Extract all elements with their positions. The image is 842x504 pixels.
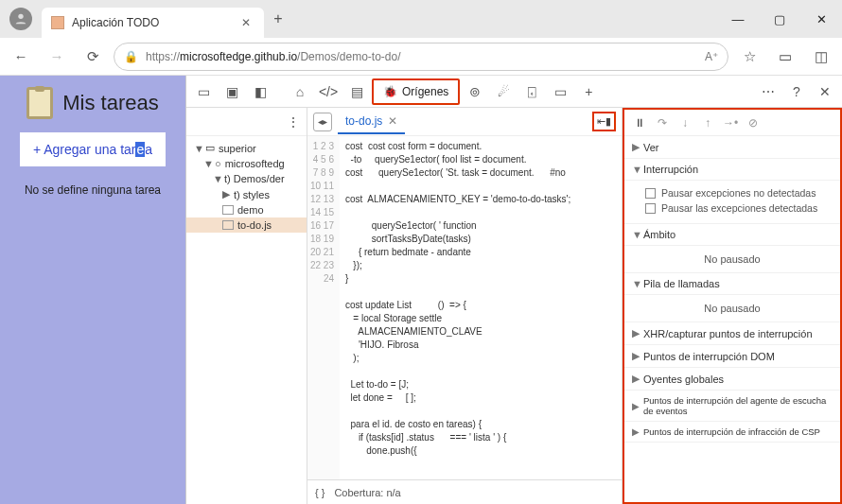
section-xhr[interactable]: ▶XHR/capturar puntos de interrupción xyxy=(624,322,840,345)
more-menu-icon[interactable]: ⋯ xyxy=(755,78,781,105)
elements-icon[interactable]: </> xyxy=(315,78,342,105)
tab-favicon xyxy=(51,16,64,29)
tree-menu[interactable]: ⋮ xyxy=(186,108,307,136)
dock-icon[interactable]: ◧ xyxy=(247,78,273,105)
editor-nav-button[interactable]: ◂▸ xyxy=(313,113,332,131)
split-icon[interactable]: ◫ xyxy=(806,42,836,72)
tree-folder-styles[interactable]: ▶t) styles xyxy=(186,186,307,202)
forward-button[interactable]: → xyxy=(42,42,72,72)
tree-top[interactable]: ▼▭ superior xyxy=(186,140,307,156)
debug-pane: ⏸ ↷ ↓ ↑ →• ⊘ ▶Ver ▼Interrupción Pausar e… xyxy=(623,108,842,504)
editor-pane: ◂▸ to-do.js ✕ ⇤▮ 1 2 3 4 5 6 7 8 9 10 11… xyxy=(307,108,623,504)
lock-icon: 🔒 xyxy=(124,50,138,63)
tree-file-todo[interactable]: to-do.js xyxy=(186,217,307,233)
step-icon[interactable]: →• xyxy=(721,113,740,132)
editor-tab-close[interactable]: ✕ xyxy=(388,114,397,128)
close-devtools-button[interactable]: ✕ xyxy=(812,78,838,105)
deactivate-bp-icon[interactable]: ⊘ xyxy=(744,113,763,132)
tree-file-demo[interactable]: demo xyxy=(186,202,307,217)
step-over-icon[interactable]: ↷ xyxy=(653,113,672,132)
refresh-button[interactable]: ⟳ xyxy=(78,42,108,72)
app-title: Mis tareas xyxy=(62,91,158,115)
workspace: Mis tareas + Agregar una tarea No se def… xyxy=(0,76,842,504)
minimize-button[interactable]: — xyxy=(717,0,759,38)
devtools-toolbar: ▭ ▣ ◧ ⌂ </> ▤ 🐞 Orígenes ⊚ ☄ ⌺ ▭ + ⋯ ? ✕ xyxy=(186,76,842,108)
app-icon[interactable]: ▭ xyxy=(547,78,573,105)
more-tabs-button[interactable]: + xyxy=(575,78,602,105)
address-bar[interactable]: 🔒 https://microsoftedge.github.io/Demos/… xyxy=(114,43,728,71)
network-icon[interactable]: ⊚ xyxy=(462,78,488,105)
section-event-listener-bp[interactable]: ▶Puntos de interrupción del agente de es… xyxy=(624,391,840,422)
file-tree-pane: ⋮ ▼▭ superior ▼○ microsoftedg ▼t) Demos/… xyxy=(186,108,307,504)
pause-icon[interactable]: ⏸ xyxy=(630,113,649,132)
browser-toolbar: ← → ⟳ 🔒 https://microsoftedge.github.io/… xyxy=(0,38,842,76)
add-task-button[interactable]: + Agregar una tarea xyxy=(20,132,166,166)
favorites-icon[interactable]: ☆ xyxy=(734,42,764,72)
reader-icon[interactable]: A⁺ xyxy=(705,50,718,63)
close-window-button[interactable]: ✕ xyxy=(800,0,842,38)
svg-point-0 xyxy=(18,14,23,19)
step-out-icon[interactable]: ↑ xyxy=(698,113,717,132)
tree-domain[interactable]: ▼○ microsoftedg xyxy=(186,156,307,171)
collections-icon[interactable]: ▭ xyxy=(770,42,800,72)
section-scope[interactable]: ▼Ámbito xyxy=(624,224,840,246)
editor-tab[interactable]: to-do.js ✕ xyxy=(338,110,405,134)
section-listeners[interactable]: ▶Oyentes globales xyxy=(624,368,840,391)
bug-icon: 🐞 xyxy=(383,85,397,98)
debug-toolbar: ⏸ ↷ ↓ ↑ →• ⊘ xyxy=(624,110,840,136)
devtools: ▭ ▣ ◧ ⌂ </> ▤ 🐞 Orígenes ⊚ ☄ ⌺ ▭ + ⋯ ? ✕… xyxy=(185,76,842,504)
section-callstack[interactable]: ▼Pila de llamadas xyxy=(624,273,840,295)
memory-icon[interactable]: ⌺ xyxy=(518,78,545,105)
clipboard-icon xyxy=(26,87,53,119)
new-tab-button[interactable]: + xyxy=(264,5,292,33)
file-tree: ▼▭ superior ▼○ microsoftedg ▼t) Demos/de… xyxy=(186,136,307,236)
welcome-icon[interactable]: ⌂ xyxy=(287,78,313,105)
callstack-not-paused: No pausado xyxy=(624,295,840,322)
section-watch[interactable]: ▶Ver xyxy=(624,136,840,159)
pause-uncaught-checkbox[interactable]: Pausar excepciones no detectadas xyxy=(645,185,831,200)
section-dom[interactable]: ▶Puntos de interrupción DOM xyxy=(624,345,840,368)
browser-tab[interactable]: Aplicación TODO ✕ xyxy=(42,8,264,38)
console-icon[interactable]: ▤ xyxy=(343,78,370,105)
toggle-debug-pane[interactable]: ⇤▮ xyxy=(592,112,616,131)
maximize-button[interactable]: ▢ xyxy=(759,0,800,38)
code-content: cost cost cost form = document. -to quer… xyxy=(340,136,622,479)
device-icon[interactable]: ▣ xyxy=(219,78,245,105)
sources-tab[interactable]: 🐞 Orígenes xyxy=(372,78,460,105)
code-editor[interactable]: 1 2 3 4 5 6 7 8 9 10 11 12 13 14 15 16 1… xyxy=(307,136,622,479)
browser-titlebar: Aplicación TODO ✕ + — ▢ ✕ xyxy=(0,0,842,38)
app-header: Mis tareas xyxy=(26,87,158,119)
tree-folder-demos[interactable]: ▼t) Demos/der xyxy=(186,171,307,186)
back-button[interactable]: ← xyxy=(6,42,36,72)
performance-icon[interactable]: ☄ xyxy=(490,78,517,105)
window-controls: — ▢ ✕ xyxy=(717,0,842,38)
breakpoints-body: Pausar excepciones no detectadas Pausar … xyxy=(624,181,840,224)
tab-title: Aplicación TODO xyxy=(72,16,234,29)
empty-task-message: No se define ninguna tarea xyxy=(21,183,165,197)
devtools-body: ⋮ ▼▭ superior ▼○ microsoftedg ▼t) Demos/… xyxy=(186,108,842,504)
editor-status-bar: { } Cobertura: n/a xyxy=(307,479,622,504)
coverage-label: Cobertura: n/a xyxy=(334,487,400,498)
section-csp[interactable]: ▶Puntos de interrupción de infracción de… xyxy=(624,422,840,443)
inspect-icon[interactable]: ▭ xyxy=(190,78,217,105)
app-page: Mis tareas + Agregar una tarea No se def… xyxy=(0,76,185,504)
profile-avatar[interactable] xyxy=(9,8,32,30)
pause-caught-checkbox[interactable]: Pausar las excepciones detectadas xyxy=(645,200,831,216)
section-breakpoints[interactable]: ▼Interrupción xyxy=(624,159,840,181)
editor-tabs: ◂▸ to-do.js ✕ ⇤▮ xyxy=(307,108,622,136)
tab-close-button[interactable]: ✕ xyxy=(241,16,254,29)
line-gutter: 1 2 3 4 5 6 7 8 9 10 11 12 13 14 15 16 1… xyxy=(307,136,340,479)
step-into-icon[interactable]: ↓ xyxy=(675,113,694,132)
help-icon[interactable]: ? xyxy=(783,78,810,105)
scope-not-paused: No pausado xyxy=(624,246,840,273)
coverage-braces-icon[interactable]: { } xyxy=(315,487,325,498)
